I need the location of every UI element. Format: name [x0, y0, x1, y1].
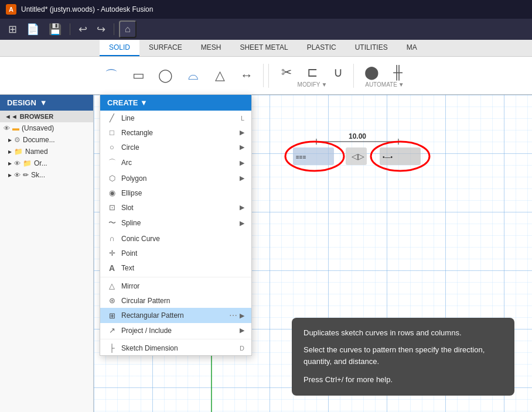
- save-button[interactable]: 💾: [45, 22, 65, 37]
- create-menu-label: CREATE ▼: [107, 98, 148, 107]
- browser-item-sketch[interactable]: ▸ 👁 ✏ Sk...: [0, 169, 93, 181]
- circle-menu-icon: ○: [107, 143, 117, 152]
- modify-tools: ✂ ⊏ ∪: [275, 64, 350, 81]
- tool-automate-2[interactable]: ╫: [386, 64, 410, 81]
- tab-solid[interactable]: SOLID: [100, 40, 139, 56]
- design-arrow: ▼: [40, 98, 47, 107]
- menu-item-circular-pattern[interactable]: ⊛ Circular Pattern: [100, 293, 251, 308]
- grid-menu-button[interactable]: ⊞: [5, 22, 21, 37]
- browser-item-document[interactable]: ▸ ⚙ Docume...: [0, 134, 93, 146]
- folder-icon-named: 📁: [14, 147, 23, 156]
- ribbon-tabs: SOLID SURFACE MESH SHEET METAL PLASTIC U…: [0, 40, 532, 57]
- rectangular-pattern-more: ⋯ ▶: [229, 311, 244, 320]
- rectangle-arrow: ▶: [240, 129, 244, 136]
- menu-item-point[interactable]: ✛ Point: [100, 246, 251, 260]
- expand-icon-named: ▸: [8, 147, 12, 156]
- title-bar: A Untitled* (justyn.woods) - Autodesk Fu…: [0, 0, 532, 19]
- menu-item-sketch-dimension[interactable]: ├ Sketch Dimension D: [100, 341, 251, 355]
- menu-item-rectangle[interactable]: □ Rectangle ▶: [100, 125, 251, 140]
- modify-label[interactable]: MODIFY▼: [298, 81, 328, 88]
- undo-button[interactable]: ↩: [75, 22, 91, 37]
- menu-item-line[interactable]: ╱ Line L: [100, 111, 251, 125]
- arc-menu-label: Arc: [121, 159, 132, 167]
- tool-automate-1[interactable]: ⬤: [360, 64, 384, 81]
- menu-item-rectangular-pattern[interactable]: ⊞ Rectangular Pattern ⋯ ▶: [100, 308, 251, 323]
- rectangular-pattern-arrow: ▶: [240, 312, 244, 320]
- toolbar-divider-1: [70, 23, 70, 35]
- tab-plastic[interactable]: PLASTIC: [298, 40, 346, 56]
- line-menu-icon: ╱: [107, 114, 117, 122]
- sketch-dimension-menu-label: Sketch Dimension: [121, 344, 178, 352]
- browser-item-unsaved[interactable]: 👁 ▬ (Unsaved): [0, 122, 93, 134]
- new-file-button[interactable]: 📄: [23, 22, 43, 37]
- menu-item-polygon[interactable]: ⬡ Polygon ▶: [100, 171, 251, 186]
- svg-text:10.00: 10.00: [349, 132, 366, 140]
- tool-rectangle[interactable]: ▭: [127, 67, 150, 84]
- browser-item-origin[interactable]: ▸ 👁 📁 Or...: [0, 157, 93, 169]
- circle-arrow: ▶: [240, 143, 244, 151]
- arc-icon: ⌓: [188, 69, 198, 82]
- menu-item-mirror[interactable]: △ Mirror: [100, 279, 251, 293]
- toolbar-divider-2: [114, 23, 114, 35]
- tool-circle[interactable]: ◯: [154, 67, 178, 84]
- svg-text:•—•: •—•: [383, 154, 393, 160]
- more-dots-icon[interactable]: ⋯: [229, 311, 237, 320]
- automate-label[interactable]: AUTOMATE▼: [365, 81, 404, 88]
- menu-item-ellipse[interactable]: ◉ Ellipse: [100, 186, 251, 200]
- create-dropdown-menu: CREATE ▼ ╱ Line L □ Rectangle ▶ ○ Circle…: [100, 94, 252, 356]
- eye-icon-sketch: 👁: [14, 171, 21, 178]
- svg-text:◁▷: ◁▷: [352, 152, 364, 161]
- menu-item-spline[interactable]: 〜 Spline ▶: [100, 215, 251, 231]
- project-include-menu-icon: ↗: [107, 326, 117, 335]
- browser-item-document-label: Docume...: [23, 136, 55, 144]
- tool-arc[interactable]: ⌓: [181, 67, 204, 84]
- menu-item-arc[interactable]: ⌒ Arc ▶: [100, 154, 251, 171]
- tab-surface[interactable]: SURFACE: [139, 40, 192, 56]
- title-text: Untitled* (justyn.woods) - Autodesk Fusi…: [21, 5, 153, 13]
- automate-icon-2: ╫: [393, 66, 403, 79]
- line-shortcut: L: [241, 115, 244, 122]
- project-include-menu-label: Project / Include: [121, 327, 172, 335]
- tool-fillet[interactable]: ∪: [326, 64, 350, 81]
- browser-item-unsaved-label: (Unsaved): [22, 124, 54, 132]
- tooltip-box: Duplicates sketch curves in rows and col…: [292, 318, 514, 396]
- tool-dimension[interactable]: ↔: [235, 67, 258, 84]
- triangle-icon: △: [215, 69, 225, 82]
- rectangle-menu-icon: □: [107, 128, 117, 137]
- design-label: DESIGN: [7, 98, 36, 107]
- tab-utilities[interactable]: UTILITIES: [346, 40, 397, 56]
- app-icon: A: [6, 4, 16, 15]
- tooltip-line1: Duplicates sketch curves in rows and col…: [303, 327, 503, 339]
- tab-sheet-metal[interactable]: SHEET METAL: [230, 40, 297, 56]
- circular-pattern-menu-label: Circular Pattern: [121, 297, 170, 305]
- menu-item-slot[interactable]: ⊡ Slot ▶: [100, 200, 251, 215]
- create-menu-header[interactable]: CREATE ▼: [100, 95, 251, 111]
- tool-extend[interactable]: ⊏: [301, 64, 324, 81]
- home-button[interactable]: ⌂: [119, 20, 137, 38]
- circle-icon: ◯: [158, 69, 173, 82]
- tab-more[interactable]: MA: [397, 40, 427, 56]
- menu-item-conic-curve[interactable]: ∩ Conic Curve: [100, 231, 251, 246]
- spline-menu-icon: 〜: [107, 218, 117, 228]
- menu-item-text[interactable]: A Text: [100, 260, 251, 276]
- tab-mesh[interactable]: MESH: [192, 40, 231, 56]
- tool-sketch-line[interactable]: ⌒: [100, 67, 123, 84]
- sketch-line-icon: ⌒: [105, 69, 118, 82]
- browser-item-named[interactable]: ▸ 📁 Named: [0, 146, 93, 157]
- menu-item-circle[interactable]: ○ Circle ▶: [100, 140, 251, 154]
- app-icon-letter: A: [9, 6, 13, 13]
- browser-header[interactable]: ◄◄ BROWSER: [0, 111, 93, 122]
- tool-trim[interactable]: ✂: [275, 64, 298, 81]
- sketch-icon: ✏: [23, 171, 29, 179]
- design-button[interactable]: DESIGN ▼: [0, 95, 93, 111]
- extend-icon: ⊏: [307, 66, 318, 79]
- tool-triangle[interactable]: △: [208, 67, 231, 84]
- folder-icon-unsaved: ▬: [12, 124, 19, 132]
- menu-item-project-include[interactable]: ↗ Project / Include ▶: [100, 323, 251, 338]
- rectangular-pattern-menu-icon: ⊞: [107, 311, 117, 320]
- redo-button[interactable]: ↪: [93, 22, 109, 37]
- slot-menu-label: Slot: [121, 204, 134, 212]
- conic-curve-menu-label: Conic Curve: [121, 235, 160, 243]
- main-area: DESIGN ▼ ◄◄ BROWSER 👁 ▬ (Unsaved) ▸ ⚙ Do…: [0, 95, 532, 412]
- arc-arrow: ▶: [240, 159, 244, 167]
